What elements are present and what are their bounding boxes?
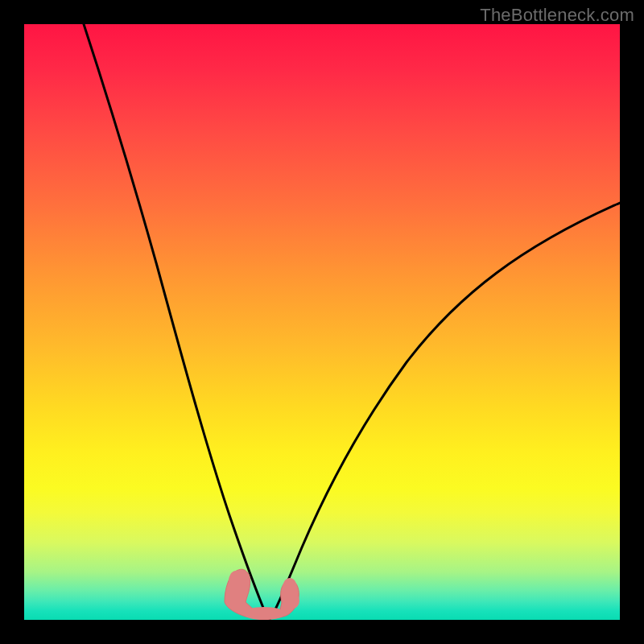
left-curve bbox=[84, 24, 269, 620]
curves-svg bbox=[24, 24, 620, 620]
svg-point-1 bbox=[233, 587, 246, 605]
right-curve bbox=[269, 203, 620, 620]
svg-point-3 bbox=[287, 592, 299, 609]
watermark-text: TheBottleneck.com bbox=[480, 5, 634, 26]
plot-area bbox=[24, 24, 620, 620]
svg-point-4 bbox=[243, 607, 285, 620]
valley-blob bbox=[225, 569, 299, 620]
chart-stage: TheBottleneck.com bbox=[0, 0, 644, 644]
